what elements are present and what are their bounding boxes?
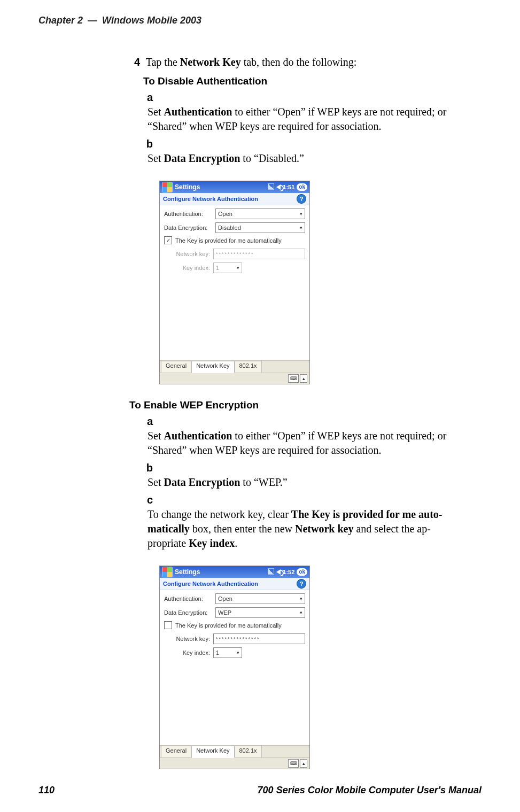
bold-network-key: Network key [295, 523, 353, 535]
data-encryption-value: WEP [218, 609, 231, 616]
start-menu-icon[interactable] [162, 182, 173, 192]
authentication-value: Open [218, 596, 232, 602]
auto-key-label: The Key is provided for me automatically [175, 237, 282, 244]
text: and select the ap- [353, 523, 430, 535]
keyboard-icon[interactable]: ⌨ [288, 759, 299, 768]
help-icon[interactable]: ? [297, 579, 306, 589]
subhead-disable-auth: To Disable Authentication [143, 75, 487, 87]
screenshot-disable-auth: Settings 1:51 ok Configure Network Authe… [159, 181, 487, 384]
tab-bar: General Network Key 802.1x [160, 360, 309, 373]
step-4: 4 Tap the Network Key tab, then do the f… [129, 55, 487, 69]
text: to “WEP.” [240, 476, 287, 488]
label-key-index: Key index: [164, 265, 213, 271]
text: box, then enter the new [190, 523, 295, 535]
tab-general[interactable]: General [161, 746, 191, 757]
label-data-encryption: Data Encryption: [164, 609, 215, 616]
keyboard-icon[interactable]: ⌨ [288, 374, 299, 383]
bold-autokey-2: matically [148, 523, 190, 535]
chevron-down-icon: ▾ [300, 610, 302, 615]
auto-key-checkbox[interactable] [164, 621, 172, 629]
connectivity-icon[interactable] [268, 568, 274, 576]
bold-data-encryption: Data Encryption [164, 476, 240, 488]
volume-icon[interactable] [276, 184, 281, 190]
key-index-combo[interactable]: 1 ▾ [213, 647, 242, 658]
data-encryption-combo[interactable]: WEP ▾ [215, 607, 305, 618]
text: Set [148, 430, 164, 442]
label-authentication: Authentication: [164, 211, 215, 217]
step-letter: c [143, 493, 153, 507]
auto-key-checkbox[interactable]: ✓ [164, 236, 172, 244]
text: to “Disabled.” [240, 152, 304, 164]
page-subtitle: Configure Network Authentication [163, 581, 258, 587]
step-letter: b [143, 461, 153, 475]
text: To change the network key, clear [148, 508, 291, 520]
enable-step-b: b Set Data Encryption to “WEP.” [143, 461, 487, 490]
bold-autokey-1: The Key is provided for me auto- [291, 508, 443, 520]
page-footer: 110 700 Series Color Mobile Computer Use… [38, 785, 482, 796]
tab-bar: General Network Key 802.1x [160, 745, 309, 757]
connectivity-icon[interactable] [268, 183, 274, 191]
tab-8021x[interactable]: 802.1x [235, 746, 262, 757]
clock: 1:51 [283, 184, 294, 190]
bold-data-encryption: Data Encryption [164, 152, 240, 164]
start-menu-icon[interactable] [162, 567, 173, 577]
titlebar-title: Settings [175, 568, 268, 576]
titlebar-title: Settings [175, 183, 268, 191]
data-encryption-value: Disabled [218, 225, 241, 231]
key-index-combo: 1 ▾ [213, 262, 242, 273]
sip-bar: ⌨ ▴ [160, 757, 309, 769]
tab-network-key[interactable]: Network Key [191, 746, 234, 758]
header-title: Windows Mobile 2003 [102, 15, 201, 26]
authentication-value: Open [218, 211, 232, 217]
tab-network-key[interactable]: Network Key [191, 361, 234, 373]
key-index-value: 1 [216, 649, 219, 656]
chevron-down-icon: ▾ [300, 596, 302, 601]
running-header: Chapter 2 — Windows Mobile 2003 [38, 15, 482, 26]
label-authentication: Authentication: [164, 596, 215, 602]
text: Set [148, 152, 164, 164]
text: Set [148, 106, 164, 118]
text: Set [148, 476, 164, 488]
step-letter: b [143, 137, 153, 151]
label-network-key: Network key: [164, 251, 213, 257]
disable-step-b: b Set Data Encryption to “Disabled.” [143, 137, 487, 166]
bold-key-index: Key index [189, 537, 235, 549]
sip-up-icon[interactable]: ▴ [300, 759, 307, 768]
page-subtitle-bar: Configure Network Authentication ? [160, 193, 309, 205]
subhead-enable-wep: To Enable WEP Encryption [129, 399, 487, 411]
clock: 1:52 [283, 569, 294, 575]
step-4-text-1: Tap the [146, 56, 180, 68]
screenshot-enable-wep: Settings 1:52 ok Configure Network Authe… [159, 566, 487, 769]
header-dash: — [86, 15, 99, 26]
enable-step-c: c To change the network key, clear The K… [143, 493, 487, 551]
device-titlebar: Settings 1:52 ok [160, 566, 309, 578]
authentication-combo[interactable]: Open ▾ [215, 593, 305, 604]
tab-8021x[interactable]: 802.1x [235, 361, 262, 373]
key-index-value: 1 [216, 265, 219, 271]
text: . [235, 537, 237, 549]
ok-button[interactable]: ok [297, 183, 307, 191]
label-network-key: Network key: [164, 636, 213, 642]
data-encryption-combo[interactable]: Disabled ▾ [215, 222, 305, 233]
network-key-value: ************* [216, 251, 254, 257]
checkmark-icon: ✓ [166, 238, 170, 243]
chevron-down-icon: ▾ [237, 650, 239, 655]
authentication-combo[interactable]: Open ▾ [215, 208, 305, 219]
chevron-down-icon: ▾ [300, 211, 302, 216]
step-4-bold: Network Key [180, 56, 241, 68]
volume-icon[interactable] [276, 569, 281, 575]
help-icon[interactable]: ? [297, 194, 306, 204]
label-key-index: Key index: [164, 649, 213, 656]
step-letter: a [143, 90, 153, 105]
tab-general[interactable]: General [161, 361, 191, 373]
chevron-down-icon: ▾ [300, 225, 302, 230]
bold-authentication: Authentication [164, 430, 232, 442]
chevron-down-icon: ▾ [237, 265, 239, 270]
text: propriate [148, 537, 189, 549]
network-key-input[interactable]: *************** [213, 633, 305, 644]
step-letter: a [143, 414, 153, 429]
auto-key-label: The Key is provided for me automatically [175, 622, 282, 629]
ok-button[interactable]: ok [297, 568, 307, 576]
sip-bar: ⌨ ▴ [160, 373, 309, 384]
sip-up-icon[interactable]: ▴ [300, 374, 307, 383]
